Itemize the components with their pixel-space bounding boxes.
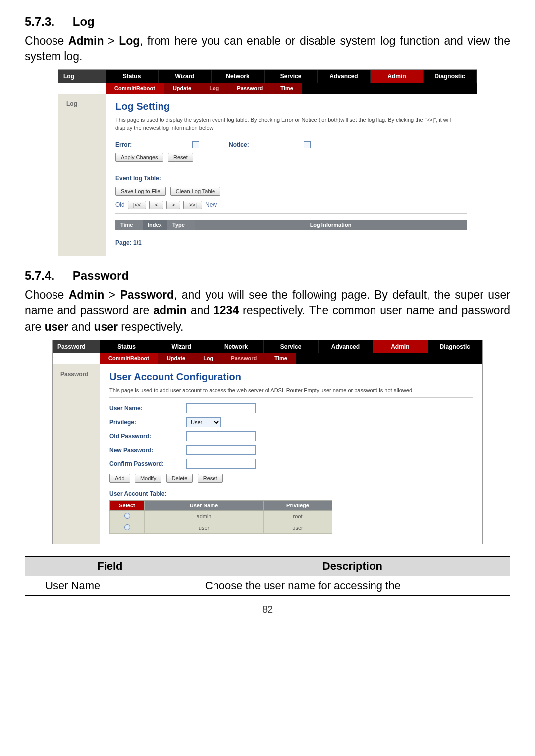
sidebar-item-log[interactable]: Log: [58, 94, 106, 107]
page-title: Log Setting: [115, 101, 467, 112]
tab-service[interactable]: Service: [265, 70, 318, 83]
subtab-log[interactable]: Log: [194, 353, 222, 364]
tab-diagnostic[interactable]: Diagnostic: [428, 340, 482, 353]
section1-body: Choose Admin > Log, from here you can en…: [25, 33, 510, 64]
th-select: Select: [110, 501, 145, 511]
page-description: This page is used to add user account to…: [109, 387, 473, 394]
tab-wizard[interactable]: Wizard: [154, 340, 209, 353]
confirm-password-label: Confirm Password:: [109, 460, 186, 467]
section-heading-log: 5.7.3. Log: [25, 15, 510, 29]
table-row: user user: [110, 522, 332, 534]
tab-admin[interactable]: Admin: [373, 340, 428, 353]
user-name-label: User Name:: [109, 405, 186, 412]
password-screenshot: Password Status Wizard Network Service A…: [52, 340, 483, 544]
page-indicator: Page: 1/1: [115, 239, 467, 246]
old-password-label: Old Password:: [109, 433, 186, 440]
new-password-label: New Password:: [109, 447, 186, 454]
last-page-button[interactable]: >>|: [183, 201, 202, 209]
tab-status[interactable]: Status: [106, 70, 159, 83]
subtab-update[interactable]: Update: [158, 353, 194, 364]
user-name-input[interactable]: [186, 403, 256, 413]
subtab-time[interactable]: Time: [271, 83, 302, 94]
event-log-table-heading: Event log Table:: [115, 175, 467, 182]
user-account-table: Select User Name Privilege admin root us…: [109, 500, 332, 534]
page-title: User Account Configuration: [109, 371, 473, 383]
tab-network[interactable]: Network: [212, 70, 265, 83]
tab-diagnostic[interactable]: Diagnostic: [424, 70, 477, 83]
subtab-commit[interactable]: Commit/Reboot: [100, 353, 158, 364]
subtab-password[interactable]: Password: [228, 83, 271, 94]
save-log-button[interactable]: Save Log to File: [115, 187, 166, 196]
cell-priv: user: [264, 522, 332, 534]
tab-admin[interactable]: Admin: [371, 70, 424, 83]
sub-tabs: Commit/Reboot Update Log Password Time: [58, 83, 477, 94]
page-description: This page is used to display the system …: [115, 116, 467, 132]
subtab-commit[interactable]: Commit/Reboot: [106, 83, 164, 94]
reset-button[interactable]: Reset: [198, 474, 223, 483]
section-heading-password: 5.7.4. Password: [25, 269, 510, 283]
th-time: Time: [115, 220, 143, 230]
tab-advanced[interactable]: Advanced: [318, 70, 371, 83]
main-tabs: Password Status Wizard Network Service A…: [53, 340, 482, 353]
subtab-password[interactable]: Password: [222, 353, 266, 364]
tab-network[interactable]: Network: [209, 340, 264, 353]
confirm-password-input[interactable]: [186, 459, 256, 469]
delete-button[interactable]: Delete: [166, 474, 193, 483]
tab-wizard[interactable]: Wizard: [159, 70, 212, 83]
privilege-label: Privilege:: [109, 419, 186, 426]
cell-user: admin: [145, 511, 264, 522]
th-field: Field: [25, 557, 195, 576]
th-user-name: User Name: [145, 501, 264, 511]
notice-label: Notice:: [229, 141, 249, 148]
user-account-table-heading: User Account Table:: [109, 490, 473, 497]
field-description-table: Field Description User Name Choose the u…: [25, 556, 510, 596]
th-privilege: Privilege: [264, 501, 332, 511]
log-table-header: Time Index Type Log Information: [115, 220, 467, 230]
page-number: 82: [25, 602, 510, 615]
clean-log-button[interactable]: Clean Log Table: [170, 187, 220, 196]
tabs-left-label: Log: [58, 70, 106, 83]
add-button[interactable]: Add: [109, 474, 130, 483]
old-password-input[interactable]: [186, 431, 256, 441]
apply-changes-button[interactable]: Apply Changes: [115, 153, 163, 162]
th-description: Description: [195, 557, 510, 576]
tab-service[interactable]: Service: [264, 340, 318, 353]
next-page-button[interactable]: >: [166, 201, 180, 209]
tab-advanced[interactable]: Advanced: [319, 340, 373, 353]
prev-page-button[interactable]: <: [149, 201, 163, 209]
sub-tabs: Commit/Reboot Update Log Password Time: [53, 353, 482, 364]
new-label: New: [205, 202, 217, 208]
th-type: Type: [167, 220, 195, 230]
first-page-button[interactable]: |<<: [128, 201, 147, 209]
error-checkbox[interactable]: [192, 141, 199, 148]
section2-body: Choose Admin > Password, and you will se…: [25, 287, 510, 335]
subtab-update[interactable]: Update: [164, 83, 200, 94]
cell-priv: root: [264, 511, 332, 522]
select-radio[interactable]: [124, 524, 130, 530]
section-number: 5.7.3.: [25, 15, 54, 28]
select-radio[interactable]: [124, 513, 130, 519]
reset-button[interactable]: Reset: [168, 153, 193, 162]
error-notice-row: Error: Notice:: [115, 141, 467, 148]
log-screenshot: Log Status Wizard Network Service Advanc…: [58, 69, 477, 256]
error-label: Error:: [115, 141, 192, 148]
new-password-input[interactable]: [186, 445, 256, 455]
notice-checkbox[interactable]: [304, 141, 311, 148]
subtab-log[interactable]: Log: [200, 83, 228, 94]
tab-status[interactable]: Status: [100, 340, 154, 353]
tabs-left-label: Password: [53, 340, 100, 353]
cell-user: user: [145, 522, 264, 534]
privilege-select[interactable]: User: [186, 417, 221, 427]
section-number: 5.7.4.: [25, 269, 54, 282]
sidebar: Password: [53, 364, 100, 544]
main-tabs: Log Status Wizard Network Service Advanc…: [58, 70, 477, 83]
sidebar: Log: [58, 94, 106, 256]
subtab-time[interactable]: Time: [266, 353, 296, 364]
th-index: Index: [143, 220, 167, 230]
description-cell: Choose the user name for accessing the: [195, 576, 510, 596]
section-title: Log: [73, 15, 95, 28]
modify-button[interactable]: Modify: [135, 474, 161, 483]
sidebar-item-password[interactable]: Password: [53, 364, 100, 378]
table-row: admin root: [110, 511, 332, 522]
field-cell: User Name: [25, 576, 195, 596]
